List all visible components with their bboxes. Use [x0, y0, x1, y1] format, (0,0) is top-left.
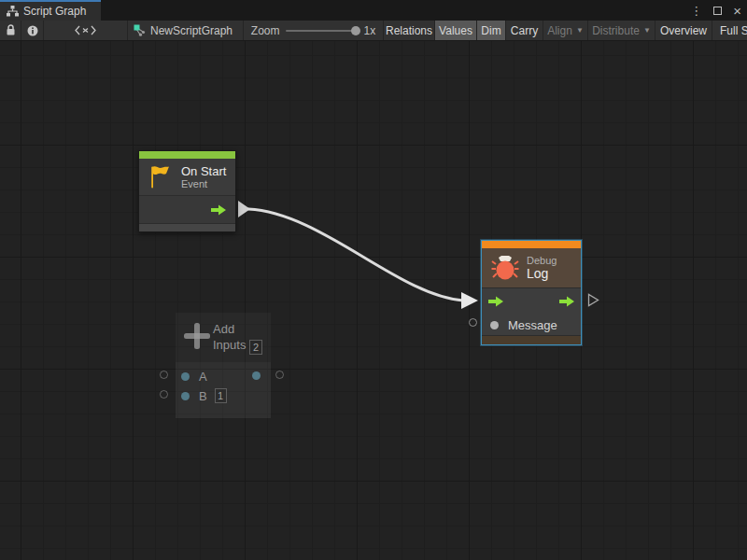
node-add-inputs-ghost: Add Inputs 2 A B 1 — [176, 313, 271, 418]
value-port-b[interactable] — [181, 392, 190, 400]
node-footer — [482, 335, 581, 344]
graph-toolbar: NewScriptGraph Zoom 1x Relations Values … — [0, 21, 747, 41]
node-title: Log — [527, 267, 557, 281]
values-button[interactable]: Values — [435, 21, 477, 40]
node-subtitle: Event — [181, 178, 226, 190]
bug-icon — [491, 255, 519, 281]
zoom-control: Zoom 1x — [244, 21, 384, 40]
maximize-icon[interactable] — [713, 7, 722, 15]
debug-log-ports: Message — [482, 287, 581, 335]
inputs-label: Inputs — [213, 338, 246, 352]
node-on-start[interactable]: On Start Event — [138, 150, 236, 232]
relations-button[interactable]: Relations — [384, 21, 435, 40]
align-dropdown[interactable]: Align ▼ — [543, 21, 588, 40]
add-inputs-ports: A B 1 — [176, 362, 271, 418]
add-label: Add — [213, 322, 234, 336]
event-accent-strip — [139, 151, 235, 159]
dim-button[interactable]: Dim — [477, 21, 506, 40]
debug-log-header: Log Debug — [482, 248, 581, 287]
overview-button[interactable]: Overview — [655, 21, 712, 40]
on-start-ports — [139, 195, 235, 223]
node-title: On Start — [181, 164, 226, 178]
tab-script-graph[interactable]: Script Graph — [0, 0, 101, 21]
zoom-slider-knob[interactable] — [351, 26, 360, 35]
chevron-down-icon: ▼ — [643, 26, 651, 35]
tab-title: Script Graph — [23, 5, 86, 18]
port-b-label: B — [199, 389, 207, 403]
input-count-field[interactable]: 2 — [249, 340, 262, 355]
add-inputs-header: Add Inputs 2 — [176, 313, 271, 362]
value-port-result[interactable] — [252, 371, 261, 380]
flow-output-port[interactable] — [558, 295, 575, 308]
zoom-value: 1x — [364, 24, 376, 37]
message-port-row: Message — [482, 315, 581, 336]
flow-output-port[interactable] — [210, 203, 227, 217]
graph-asset-name: NewScriptGraph — [150, 24, 233, 37]
chevron-down-icon: ▼ — [576, 26, 584, 35]
node-debug-log[interactable]: Log Debug Message — [481, 240, 582, 345]
unconnected-flow-port-indicator — [587, 293, 599, 307]
window-menu-icon[interactable]: ⋮ — [690, 5, 702, 17]
value-port-a[interactable] — [181, 372, 190, 381]
port-a-label: A — [199, 370, 207, 384]
script-graph-window: Script Graph ⋮ × — [0, 0, 747, 560]
graph-hierarchy-icon — [7, 6, 19, 17]
message-value-port[interactable] — [490, 321, 499, 329]
unconnected-value-port-indicator — [469, 318, 477, 327]
flow-input-port[interactable] — [487, 295, 504, 308]
unconnected-value-port-indicator — [160, 390, 168, 399]
info-button[interactable] — [21, 21, 44, 40]
graph-asset-breadcrumb[interactable]: NewScriptGraph — [128, 21, 244, 40]
code-icon — [75, 25, 96, 35]
window-controls: ⋮ × — [690, 0, 741, 21]
distribute-dropdown[interactable]: Distribute ▼ — [588, 21, 655, 40]
zoom-label: Zoom — [251, 24, 280, 37]
lock-button[interactable] — [0, 21, 21, 40]
fullscreen-button[interactable]: Full S — [712, 21, 747, 40]
debug-accent-strip — [482, 241, 581, 248]
flag-icon — [148, 165, 174, 189]
unconnected-value-port-indicator — [275, 371, 284, 379]
wire-layer — [0, 41, 747, 560]
wire-end-arrowhead — [461, 292, 478, 309]
carry-button[interactable]: Carry — [506, 21, 543, 40]
zoom-slider[interactable] — [286, 30, 359, 32]
wire-source-connector[interactable] — [238, 201, 250, 217]
port-row-b: B 1 — [176, 386, 271, 405]
graph-asset-icon — [134, 24, 146, 36]
port-b-value-field[interactable]: 1 — [215, 388, 227, 403]
code-preview-button[interactable] — [44, 21, 128, 40]
plus-icon — [181, 320, 213, 352]
node-footer — [139, 223, 235, 231]
unconnected-value-port-indicator — [160, 371, 168, 379]
graph-canvas[interactable]: On Start Event Log — [0, 41, 747, 560]
info-icon — [27, 25, 38, 36]
tab-bar: Script Graph ⋮ × — [0, 0, 747, 21]
close-icon[interactable]: × — [733, 4, 741, 18]
connection-wire[interactable] — [248, 209, 463, 301]
lock-icon — [6, 24, 16, 36]
flow-port-row — [482, 288, 581, 315]
on-start-header: On Start Event — [139, 159, 235, 195]
message-port-label: Message — [508, 318, 557, 332]
